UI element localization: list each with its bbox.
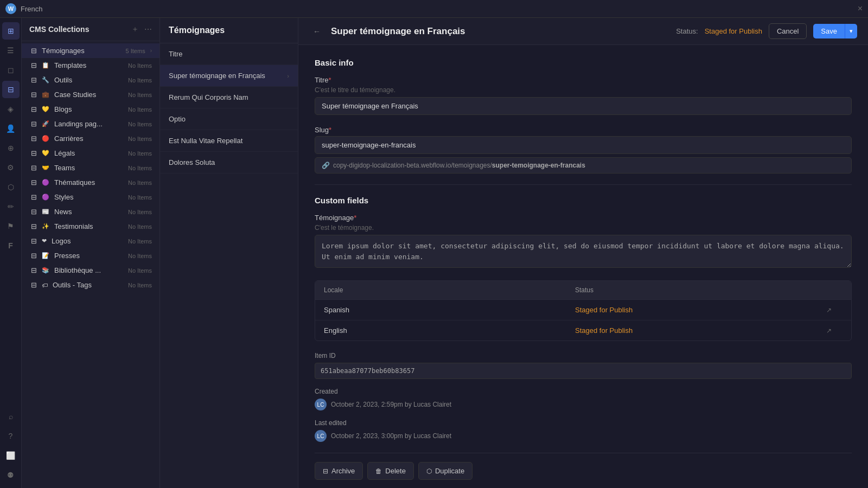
cms-collection-thematiques[interactable]: ⊟ 🟣 Thématiques No Items — [22, 175, 159, 190]
temo-panel-header: Témoignages — [160, 18, 298, 43]
cms-collection-blogs[interactable]: ⊟ 💛 Blogs No Items — [22, 102, 159, 117]
collection-name: Styles — [54, 193, 124, 201]
cms-collection-logos[interactable]: ⊟ ❤ Logos No Items — [22, 234, 159, 248]
collection-badge: No Items — [128, 62, 152, 69]
collection-emoji: ❤ — [42, 237, 47, 245]
duplicate-button[interactable]: ⬡ Duplicate — [418, 462, 473, 480]
close-button[interactable]: × — [858, 4, 863, 14]
sidebar-item-help[interactable]: ? — [2, 427, 20, 445]
sidebar-item-cms[interactable]: ⊟ — [2, 81, 20, 98]
collection-badge: No Items — [128, 179, 152, 186]
collection-emoji: ✨ — [42, 223, 49, 230]
collection-icon: ⊟ — [29, 266, 38, 274]
sidebar-item-3d[interactable]: ⬡ — [2, 178, 20, 196]
collection-badge: No Items — [128, 165, 152, 171]
collection-badge: No Items — [128, 238, 152, 245]
save-button-group: Save ▾ — [813, 24, 857, 38]
sidebar-item-assets[interactable]: ◈ — [2, 100, 20, 118]
temo-item-rerum[interactable]: Rerum Qui Corporis Nam — [160, 87, 298, 108]
duplicate-icon: ⬡ — [426, 467, 432, 475]
collection-name: Templates — [54, 61, 124, 69]
locale-row-english: English Staged for Publish ↗ — [315, 320, 851, 341]
cms-panel-header: CMS Collections ＋ ⋯ — [22, 18, 159, 41]
temoignage-desc: C'est le témoignage. — [315, 224, 852, 232]
titre-field-group: Titre* C'est le titre du témoignage. — [315, 76, 852, 115]
cms-collection-templates[interactable]: ⊟ 📋 Templates No Items — [22, 58, 159, 73]
sidebar-item-menu[interactable]: ☰ — [2, 42, 20, 59]
cms-collection-teams[interactable]: ⊟ 🤝 Teams No Items — [22, 160, 159, 175]
collection-badge: No Items — [128, 77, 152, 84]
cms-collection-temoignages[interactable]: ⊟ Témoignages 5 Items › — [22, 43, 159, 58]
collection-icon: ⊟ — [29, 134, 38, 143]
collection-icon: ⊟ — [29, 47, 38, 55]
sidebar-item-flag[interactable]: ⚑ — [2, 217, 20, 235]
slug-field-group: Slug* 🔗 copy-digidop-localization-beta.w… — [315, 126, 852, 174]
cancel-button[interactable]: Cancel — [769, 23, 807, 39]
temoignage-required: * — [354, 214, 356, 222]
temo-item-optio[interactable]: Optio — [160, 108, 298, 130]
temo-item-est[interactable]: Est Nulla Vitae Repellat — [160, 130, 298, 152]
icon-sidebar: ⊞ ☰ ◻ ⊟ ◈ 👤 ⊕ ⚙ ⬡ ✏ ⚑ F ⌕ ? ⬜ ⚉ — [0, 18, 22, 488]
cms-collection-carrieres[interactable]: ⊟ 🔴 Carrières No Items — [22, 131, 159, 146]
collection-emoji: 🏷 — [42, 282, 48, 288]
sidebar-item-screen[interactable]: ⬜ — [2, 447, 20, 464]
sidebar-item-pen[interactable]: ✏ — [2, 198, 20, 215]
cms-menu-button[interactable]: ⋯ — [144, 25, 152, 34]
sidebar-item-account[interactable]: ⚉ — [2, 466, 20, 484]
custom-fields-section-title: Custom fields — [315, 196, 852, 205]
sidebar-item-settings[interactable]: ⚙ — [2, 159, 20, 176]
cms-add-button[interactable]: ＋ — [131, 24, 139, 34]
cms-collection-legals[interactable]: ⊟ 💛 Légals No Items — [22, 146, 159, 160]
back-button[interactable]: ← — [309, 24, 324, 39]
topbar-title: French — [21, 5, 42, 13]
sidebar-item-f[interactable]: F — [2, 237, 20, 254]
temo-item-name: Est Nulla Vitae Repellat — [169, 137, 289, 145]
slug-input[interactable] — [315, 136, 852, 154]
content-header: ← Super témoignage en Français Status: S… — [298, 18, 868, 45]
collection-icon: ⊟ — [29, 164, 38, 172]
archive-button[interactable]: ⊟ Archive — [315, 462, 363, 480]
save-button[interactable]: Save — [813, 24, 845, 38]
collection-emoji: 💛 — [42, 150, 49, 157]
collection-badge: No Items — [128, 282, 152, 288]
collection-name: Outils - Tags — [53, 281, 124, 289]
locale-row-spanish: Spanish Staged for Publish ↗ — [315, 300, 851, 320]
sidebar-item-pages[interactable]: ◻ — [2, 61, 20, 79]
collection-name: Témoignages — [42, 47, 122, 55]
save-dropdown-button[interactable]: ▾ — [845, 24, 857, 38]
last-edited-label: Last edited — [315, 419, 852, 427]
main-layout: ⊞ ☰ ◻ ⊟ ◈ 👤 ⊕ ⚙ ⬡ ✏ ⚑ F ⌕ ? ⬜ ⚉ CMS Coll… — [0, 18, 868, 488]
collection-badge: No Items — [128, 253, 152, 259]
delete-button[interactable]: 🗑 Delete — [367, 462, 414, 480]
temo-item-super[interactable]: Super témoignage en Français › — [160, 65, 298, 87]
cms-collection-testimonials[interactable]: ⊟ ✨ Testimonials No Items — [22, 219, 159, 234]
temo-item-name: Titre — [169, 50, 289, 58]
cms-collection-bibliotheque[interactable]: ⊟ 📚 Bibliothèque ... No Items — [22, 263, 159, 278]
temo-item-titre[interactable]: Titre — [160, 43, 298, 65]
locale-open-spanish[interactable]: ↗ — [826, 306, 843, 314]
sidebar-item-plugins[interactable]: ⊕ — [2, 139, 20, 157]
titre-input[interactable] — [315, 97, 852, 115]
sidebar-item-layers[interactable]: ⊞ — [2, 22, 20, 40]
cms-collection-landings[interactable]: ⊟ 🚀 Landings pag... No Items — [22, 117, 159, 131]
cms-collection-casestudies[interactable]: ⊟ 💼 Case Studies No Items — [22, 87, 159, 102]
cms-collection-styles[interactable]: ⊟ 🟣 Styles No Items — [22, 190, 159, 204]
cms-collection-news[interactable]: ⊟ 📰 News No Items — [22, 204, 159, 219]
sidebar-item-users[interactable]: 👤 — [2, 120, 20, 137]
collection-emoji: 🚀 — [42, 120, 49, 127]
cms-collection-outils[interactable]: ⊟ 🔧 Outils No Items — [22, 73, 159, 87]
temoignage-textarea[interactable]: Lorem ipsum dolor sit amet, consectetur … — [315, 235, 852, 268]
titre-label: Titre* — [315, 76, 852, 84]
sidebar-item-search[interactable]: ⌕ — [2, 408, 20, 425]
collection-icon: ⊟ — [29, 281, 38, 289]
cms-collection-presses[interactable]: ⊟ 📝 Presses No Items — [22, 248, 159, 263]
temo-item-dolores[interactable]: Dolores Soluta — [160, 152, 298, 174]
temoignage-label: Témoignage* — [315, 214, 852, 222]
item-id-label: Item ID — [315, 352, 852, 359]
collection-name: Thématiques — [54, 178, 124, 187]
locale-open-english[interactable]: ↗ — [826, 327, 843, 335]
content-body: Basic info Titre* C'est le titre du témo… — [298, 45, 868, 488]
status-badge-english: Staged for Publish — [575, 326, 633, 335]
cms-collection-outils-tags[interactable]: ⊟ 🏷 Outils - Tags No Items — [22, 278, 159, 292]
last-edited-section: Last edited LC October 2, 2023, 3:00pm b… — [315, 419, 852, 442]
